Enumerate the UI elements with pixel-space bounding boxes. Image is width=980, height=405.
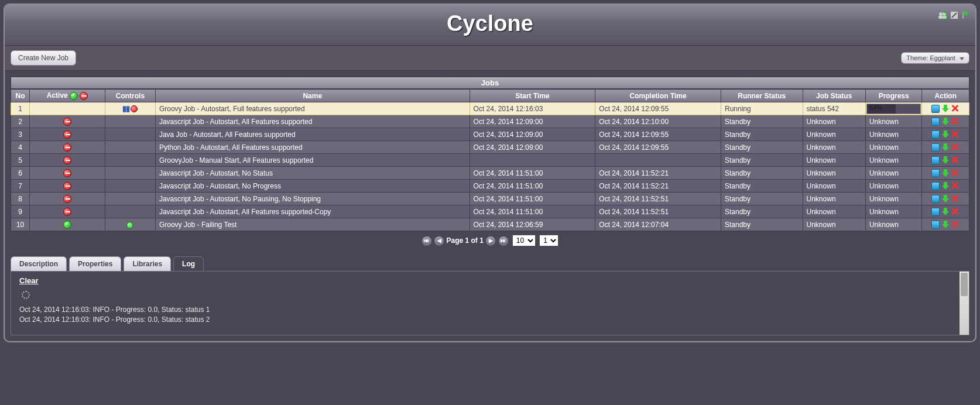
cell-active xyxy=(30,218,105,231)
table-row[interactable]: 9Javascript Job - Autostart, All Feature… xyxy=(11,205,969,218)
delete-icon[interactable] xyxy=(951,118,960,126)
pager-last-icon[interactable]: ⏭ xyxy=(499,236,508,246)
active-all-on-icon[interactable] xyxy=(70,92,78,100)
inactive-icon[interactable] xyxy=(63,208,71,216)
copy-icon[interactable] xyxy=(931,156,940,164)
col-name[interactable]: Name xyxy=(155,90,470,102)
download-icon[interactable] xyxy=(941,195,950,203)
edit-icon[interactable] xyxy=(950,11,959,20)
pager-page-select[interactable]: 1 xyxy=(539,235,558,246)
stop-icon[interactable] xyxy=(131,105,138,112)
delete-icon[interactable] xyxy=(951,105,960,113)
col-completion[interactable]: Completion Time xyxy=(595,90,721,102)
cell-no: 7 xyxy=(11,180,30,193)
pause-icon[interactable]: ▮▮ xyxy=(122,104,129,113)
delete-icon[interactable] xyxy=(951,156,960,164)
cell-progress: Unknown xyxy=(865,128,922,141)
copy-icon[interactable] xyxy=(931,182,940,190)
download-icon[interactable] xyxy=(941,131,950,139)
inactive-icon[interactable] xyxy=(63,131,71,139)
cell-active xyxy=(30,128,105,141)
table-row[interactable]: 8Javascript Job - Autostart, No Pausing,… xyxy=(11,193,969,205)
copy-icon[interactable] xyxy=(931,221,940,229)
copy-icon[interactable] xyxy=(931,118,940,126)
inactive-icon[interactable] xyxy=(63,143,71,152)
delete-icon[interactable] xyxy=(951,195,960,203)
cell-start: Oct 24, 2014 11:51:00 xyxy=(470,180,595,193)
delete-icon[interactable] xyxy=(951,143,960,152)
copy-icon[interactable] xyxy=(931,195,940,203)
col-runner-status[interactable]: Runner Status xyxy=(721,90,803,102)
table-row[interactable]: 5GroovyJob - Manual Start, All Features … xyxy=(11,154,969,167)
delete-icon[interactable] xyxy=(951,169,960,177)
col-action[interactable]: Action xyxy=(922,90,969,102)
tab-libraries[interactable]: Libraries xyxy=(124,256,171,272)
create-job-button[interactable]: Create New Job xyxy=(11,50,76,66)
download-icon[interactable] xyxy=(941,105,950,113)
delete-icon[interactable] xyxy=(951,221,960,229)
inactive-icon[interactable] xyxy=(63,156,71,164)
active-all-off-icon[interactable] xyxy=(80,92,88,100)
table-row[interactable]: 7Javascript Job - Autostart, No Progress… xyxy=(11,180,969,193)
inactive-icon[interactable] xyxy=(63,195,71,203)
active-icon[interactable] xyxy=(63,221,71,229)
download-icon[interactable] xyxy=(941,182,950,190)
copy-icon[interactable] xyxy=(931,131,940,139)
download-icon[interactable] xyxy=(941,169,950,177)
col-start[interactable]: Start Time xyxy=(470,90,595,102)
theme-dropdown[interactable]: Theme: Eggplant xyxy=(901,52,969,64)
pager-next-icon[interactable]: ▶ xyxy=(486,236,495,246)
download-icon[interactable] xyxy=(941,208,950,216)
cell-name: Javascript Job - Autostart, No Progress xyxy=(155,180,470,193)
start-icon[interactable] xyxy=(126,222,133,229)
col-no[interactable]: No xyxy=(11,90,30,102)
col-job-status[interactable]: Job Status xyxy=(803,90,865,102)
tab-properties[interactable]: Properties xyxy=(69,256,121,272)
cell-controls: ▮▮ xyxy=(105,102,156,115)
inactive-icon[interactable] xyxy=(63,182,71,190)
pager-prev-icon[interactable]: ◀ xyxy=(434,236,444,246)
copy-icon[interactable] xyxy=(931,208,940,216)
col-active[interactable]: Active xyxy=(30,90,105,102)
log-scrollbar[interactable] xyxy=(960,272,969,335)
table-row[interactable]: 4Python Job - Autostart, All Features su… xyxy=(11,141,969,154)
copy-icon[interactable] xyxy=(931,143,940,152)
download-icon[interactable] xyxy=(941,156,950,164)
users-icon[interactable]: + xyxy=(938,11,947,20)
download-icon[interactable] xyxy=(941,118,950,126)
cell-controls xyxy=(105,193,156,205)
download-icon[interactable] xyxy=(941,221,950,229)
tab-description[interactable]: Description xyxy=(11,256,67,272)
delete-icon[interactable] xyxy=(951,182,960,190)
copy-icon[interactable] xyxy=(931,105,940,113)
copy-icon[interactable] xyxy=(931,169,940,177)
log-clear-link[interactable]: Clear xyxy=(11,272,969,290)
cell-runner-status: Standby xyxy=(721,154,803,167)
download-icon[interactable] xyxy=(941,143,950,152)
inactive-icon[interactable] xyxy=(63,118,71,126)
table-row[interactable]: 10Groovy Job - Failing TestOct 24, 2014 … xyxy=(11,218,969,231)
pager-first-icon[interactable]: ⏮ xyxy=(422,236,431,246)
col-controls[interactable]: Controls xyxy=(105,90,156,102)
delete-icon[interactable] xyxy=(951,131,960,139)
cell-controls xyxy=(105,154,156,167)
cell-completion: Oct 24, 2014 11:52:51 xyxy=(595,205,721,218)
table-row[interactable]: 2Javascript Job - Autostart, All Feature… xyxy=(11,115,969,128)
cell-job-status: Unknown xyxy=(803,154,865,167)
delete-icon[interactable] xyxy=(951,208,960,216)
flag-icon[interactable] xyxy=(961,11,971,20)
table-row[interactable]: 6Javascript Job - Autostart, No StatusOc… xyxy=(11,167,969,180)
cell-runner-status: Standby xyxy=(721,141,803,154)
pager-size-select[interactable]: 10 xyxy=(512,235,536,246)
cell-job-status: Unknown xyxy=(803,218,865,231)
table-row[interactable]: 1▮▮Groovy Job - Autostart, Full features… xyxy=(11,102,969,115)
cell-job-status: Unknown xyxy=(803,193,865,205)
inactive-icon[interactable] xyxy=(63,169,71,177)
cell-job-status: Unknown xyxy=(803,128,865,141)
col-active-label: Active xyxy=(47,91,68,99)
tab-log[interactable]: Log xyxy=(173,256,204,272)
table-row[interactable]: 3Java Job - Autostart, All Features supp… xyxy=(11,128,969,141)
pager: ⏮ ◀ Page 1 of 1 ▶ ⏭ 10 1 xyxy=(5,231,975,250)
col-progress[interactable]: Progress xyxy=(865,90,922,102)
cell-completion: Oct 24, 2014 12:07:04 xyxy=(595,218,721,231)
